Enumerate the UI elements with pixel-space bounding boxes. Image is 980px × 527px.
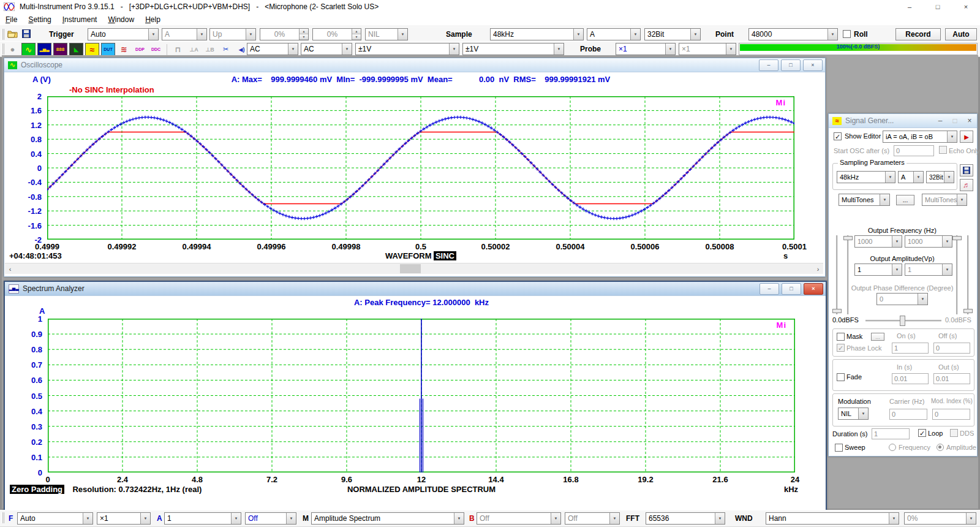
- minimize-icon[interactable]: –: [933, 116, 948, 125]
- chevron-down-icon[interactable]: ▼: [942, 264, 952, 275]
- restore-icon[interactable]: □: [782, 283, 801, 295]
- chevron-down-icon[interactable]: ▼: [246, 29, 255, 40]
- maximize-icon[interactable]: □: [948, 116, 962, 125]
- chevron-down-icon[interactable]: ▼: [942, 236, 952, 247]
- chevron-down-icon[interactable]: ▼: [715, 513, 725, 524]
- open-file-icon[interactable]: [7, 29, 18, 38]
- chevron-down-icon[interactable]: ▼: [286, 513, 296, 524]
- sample-channel-combo[interactable]: A▼: [587, 28, 641, 40]
- chevron-down-icon[interactable]: ▼: [944, 172, 954, 183]
- scope-plot[interactable]: Mi: [47, 96, 794, 240]
- menu-help[interactable]: Help: [140, 14, 166, 25]
- chevron-down-icon[interactable]: ▼: [889, 513, 899, 524]
- window-close-button[interactable]: ×: [952, 0, 980, 13]
- chevron-down-icon[interactable]: ▼: [665, 44, 675, 55]
- chevron-down-icon[interactable]: ▼: [966, 513, 976, 524]
- chevron-down-icon[interactable]: ▼: [573, 29, 583, 40]
- range-b-combo[interactable]: ±1V▼: [462, 43, 564, 55]
- gen-music-button[interactable]: ♬: [960, 179, 973, 191]
- duration-input[interactable]: 1: [872, 428, 910, 439]
- slider-handle[interactable]: [832, 309, 842, 313]
- chevron-down-icon[interactable]: ▼: [140, 513, 150, 524]
- ddc-icon[interactable]: DDC: [149, 43, 163, 56]
- loop-checkbox[interactable]: ✓: [918, 429, 926, 437]
- spectrum-analyzer-icon[interactable]: ▂▅▃: [37, 43, 51, 56]
- phase-combo[interactable]: 0▼: [876, 293, 928, 305]
- oscilloscope-titlebar[interactable]: ∿ Oscilloscope – □ ×: [4, 58, 825, 72]
- sweep-amplitude-radio[interactable]: [937, 444, 944, 451]
- spectrum-3d-plot-icon[interactable]: ◣: [69, 43, 83, 56]
- slider-handle[interactable]: [843, 236, 853, 240]
- slider-handle[interactable]: [952, 236, 962, 240]
- waveform-b-combo[interactable]: MultiTones▼: [922, 194, 967, 206]
- menu-instrument[interactable]: Instrument: [57, 14, 103, 25]
- fade-checkbox[interactable]: [837, 373, 845, 381]
- y-range-b-combo[interactable]: Off▼: [477, 512, 561, 525]
- amplitude-slider-b-outer[interactable]: [967, 235, 969, 314]
- chevron-down-icon[interactable]: ▼: [726, 44, 736, 55]
- probe-b-combo[interactable]: ×1▼: [679, 43, 736, 55]
- routing-combo[interactable]: iA = oA, iB = oB▼: [883, 131, 957, 143]
- frequency-a-combo[interactable]: 1000▼: [854, 235, 902, 248]
- toolbar-grip[interactable]: [2, 44, 4, 55]
- amplitude-slider-a-inner[interactable]: [847, 235, 849, 314]
- chevron-down-icon[interactable]: ▼: [609, 513, 619, 524]
- sample-bits-combo[interactable]: 32Bit▼: [644, 28, 701, 40]
- multimeter-icon[interactable]: 888: [53, 43, 67, 56]
- chevron-down-icon[interactable]: ▼: [197, 29, 206, 40]
- restore-icon[interactable]: □: [781, 59, 801, 71]
- chevron-down-icon[interactable]: ▼: [892, 264, 902, 275]
- mask-checkbox[interactable]: [837, 333, 845, 341]
- signal-generator-titlebar[interactable]: ≈ Signal Gener... – □ ×: [829, 114, 977, 128]
- window-function-combo[interactable]: Hann▼: [766, 512, 899, 525]
- window-maximize-button[interactable]: □: [924, 0, 952, 13]
- spinner-buttons[interactable]: ▲▼: [299, 29, 308, 40]
- chevron-down-icon[interactable]: ▼: [231, 513, 241, 524]
- record-indicator-icon[interactable]: ●: [6, 43, 20, 56]
- chevron-down-icon[interactable]: ▼: [83, 513, 92, 524]
- toolbar-grip[interactable]: [2, 29, 4, 40]
- scroll-thumb[interactable]: [400, 264, 421, 273]
- trace-b2-combo[interactable]: Off▼: [565, 512, 620, 525]
- chevron-down-icon[interactable]: ▼: [148, 29, 158, 40]
- menu-window[interactable]: Window: [102, 14, 140, 25]
- device-test-plan-icon[interactable]: DUT: [101, 43, 115, 56]
- close-icon[interactable]: ×: [803, 59, 823, 71]
- display-mode-combo[interactable]: Amplitude Spectrum▼: [311, 512, 464, 525]
- point-combo[interactable]: 48000▼: [748, 28, 838, 40]
- gen-save-button[interactable]: [960, 164, 973, 176]
- minimize-icon[interactable]: –: [759, 59, 778, 71]
- chevron-down-icon[interactable]: ▼: [449, 44, 459, 55]
- chevron-down-icon[interactable]: ▼: [551, 513, 560, 524]
- gen-rate-combo[interactable]: 48kHz▼: [837, 171, 895, 183]
- fade-out-input[interactable]: 0.01: [933, 373, 970, 384]
- chevron-down-icon[interactable]: ▼: [690, 29, 700, 40]
- close-icon[interactable]: ×: [804, 283, 823, 295]
- chevron-down-icon[interactable]: ▼: [880, 194, 889, 205]
- amplitude-slider-b-inner[interactable]: [956, 235, 958, 314]
- chevron-down-icon[interactable]: ▼: [947, 131, 957, 142]
- trigger-source-combo[interactable]: A▼: [162, 28, 207, 40]
- spinner-buttons[interactable]: ▲▼: [352, 29, 361, 40]
- amplitude-b-combo[interactable]: 1▼: [905, 264, 952, 276]
- chevron-down-icon[interactable]: ▼: [454, 513, 464, 524]
- generator-play-button[interactable]: ▶: [960, 131, 973, 143]
- chevron-down-icon[interactable]: ▼: [885, 172, 895, 183]
- sweep-checkbox[interactable]: [835, 444, 843, 452]
- amplitude-a-combo[interactable]: 1▼: [854, 264, 902, 276]
- amplitude-slider-a-outer[interactable]: [836, 235, 838, 314]
- carrier-input[interactable]: 0: [889, 409, 927, 420]
- input-valve-icon[interactable]: ⊓: [171, 43, 185, 56]
- trigger-level-spin[interactable]: 0%▲▼: [260, 28, 309, 40]
- chevron-down-icon[interactable]: ▼: [892, 236, 902, 247]
- chevron-down-icon[interactable]: ▼: [918, 294, 927, 305]
- mask-more-button[interactable]: ...: [871, 333, 884, 341]
- chevron-down-icon[interactable]: ▼: [554, 44, 564, 55]
- slider-handle[interactable]: [900, 316, 905, 326]
- sweep-frequency-radio[interactable]: [889, 444, 896, 451]
- window-minimize-button[interactable]: –: [895, 0, 924, 13]
- derived-data-curves-icon[interactable]: ≋: [117, 43, 131, 56]
- chevron-down-icon[interactable]: ▼: [913, 172, 923, 183]
- sample-rate-combo[interactable]: 48kHz▼: [490, 28, 584, 40]
- spectrum-plot[interactable]: Mi: [48, 319, 795, 472]
